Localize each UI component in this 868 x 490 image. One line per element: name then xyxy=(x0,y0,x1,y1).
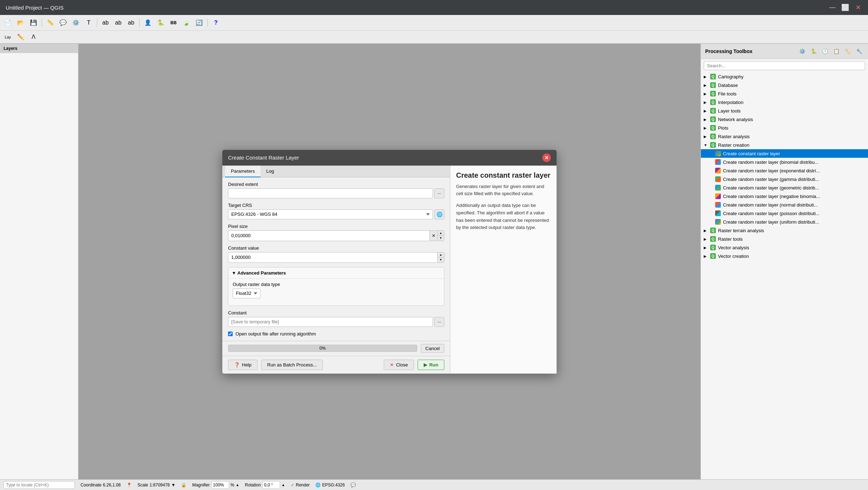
dialog-footer: ❓ Help Run as Batch Process... ✕ Close xyxy=(222,356,450,374)
settings-btn[interactable]: ⚙️ xyxy=(70,17,82,28)
constant-value-down-btn[interactable]: ▼ xyxy=(438,257,444,262)
desired-extent-dots-btn[interactable]: ··· xyxy=(434,188,444,198)
leaf-btn[interactable]: 🍃 xyxy=(181,17,192,28)
run-icon: ▶ xyxy=(424,362,427,368)
category-plots[interactable]: ▶ Q Plots xyxy=(701,124,868,132)
target-crs-select[interactable]: EPSG:4326 - WGS 84 xyxy=(228,209,433,219)
tab-parameters[interactable]: Parameters xyxy=(225,166,260,177)
help-title: Create constant raster layer xyxy=(456,171,551,179)
profile-btn[interactable]: 👤 xyxy=(142,17,154,28)
minimize-btn[interactable]: — xyxy=(828,4,837,11)
category-interpolation[interactable]: ▶ Q Interpolation xyxy=(701,98,868,106)
item-random-binomial[interactable]: Create random raster layer (binomial dis… xyxy=(701,158,868,166)
save-project-btn[interactable]: 💾 xyxy=(28,17,39,28)
pixel-size-clear-btn[interactable]: ✕ xyxy=(429,231,437,241)
toolbox-history-icon[interactable]: 🕐 xyxy=(820,47,830,56)
category-vector-analysis[interactable]: ▶ Q Vector analysis xyxy=(701,243,868,252)
toolbox-wrench-icon[interactable]: 🔧 xyxy=(854,47,864,56)
refresh-btn[interactable]: 🔄 xyxy=(193,17,205,28)
text-btn[interactable]: T xyxy=(83,17,94,28)
item-random-exponential[interactable]: Create random raster layer (exponential … xyxy=(701,166,868,175)
pixel-size-row: ✕ ▲ ▼ xyxy=(228,230,444,241)
output-raster-type-select[interactable]: Float32 Int16 Int32 UInt16 UInt32 Float6… xyxy=(233,288,260,298)
label2-btn[interactable]: ab xyxy=(113,17,124,28)
lock-icon: 🔒 xyxy=(181,483,186,488)
map-area[interactable]: Create Constant Raster Layer ✕ Parameter… xyxy=(78,44,701,479)
lock-status: 🔒 xyxy=(181,483,186,488)
open-output-checkbox[interactable] xyxy=(228,332,233,336)
close-dialog-btn[interactable]: ✕ Close xyxy=(384,360,414,370)
locate-input[interactable] xyxy=(4,481,75,489)
random-poisson-icon xyxy=(715,210,721,216)
dialog-close-btn[interactable]: ✕ xyxy=(542,153,551,162)
bb-btn[interactable]: BB xyxy=(168,17,179,28)
pixel-size-down-btn[interactable]: ▼ xyxy=(438,236,444,241)
category-network-analysis[interactable]: ▶ Q Network analysis xyxy=(701,115,868,124)
item-random-uniform[interactable]: Create random raster layer (uniform dist… xyxy=(701,218,868,226)
item-create-constant-raster[interactable]: Create constant raster layer xyxy=(701,149,868,158)
rotation-up-btn[interactable]: ▲ xyxy=(281,483,285,487)
category-cartography[interactable]: ▶ Q Cartography xyxy=(701,72,868,81)
category-raster-terrain[interactable]: ▶ Q Raster terrain analysis xyxy=(701,226,868,235)
open-project-btn[interactable]: 📂 xyxy=(15,17,26,28)
close-btn[interactable]: ✕ xyxy=(854,4,862,11)
help-btn[interactable]: ❓ Help xyxy=(228,360,258,370)
category-raster-creation[interactable]: ▼ Q Raster creation xyxy=(701,141,868,149)
constant-value-up-btn[interactable]: ▲ xyxy=(438,252,444,257)
toolbox-results-icon[interactable]: 📋 xyxy=(832,47,841,56)
cancel-progress-btn[interactable]: Cancel xyxy=(421,344,444,353)
category-database[interactable]: ▶ Q Database xyxy=(701,81,868,89)
pixel-size-up-btn[interactable]: ▲ xyxy=(438,231,444,236)
pixel-size-input[interactable] xyxy=(228,231,429,241)
advanced-params-toggle[interactable]: ▾ Advanced Parameters xyxy=(228,267,444,278)
lambda-btn[interactable]: Λ xyxy=(28,31,39,43)
new-project-btn[interactable]: 📄 xyxy=(2,17,14,28)
item-random-normal[interactable]: Create random raster layer (normal distr… xyxy=(701,200,868,209)
measure-btn[interactable]: 📏 xyxy=(45,17,56,28)
item-random-gamma[interactable]: Create random raster layer (gamma distri… xyxy=(701,175,868,183)
raster-analysis-arrow: ▶ xyxy=(704,135,708,139)
target-crs-globe-btn[interactable]: 🌐 xyxy=(434,209,444,219)
modal-overlay: Create Constant Raster Layer ✕ Parameter… xyxy=(78,44,701,479)
desired-extent-input[interactable] xyxy=(228,188,433,198)
help-btn[interactable]: ? xyxy=(210,17,222,28)
draw-btn[interactable]: ✏️ xyxy=(15,31,26,43)
toolbox-cog-icon[interactable]: ⚙️ xyxy=(797,47,807,56)
constant-output-input[interactable] xyxy=(228,317,433,327)
advanced-params-arrow: ▾ xyxy=(233,270,235,276)
python-btn[interactable]: 🐍 xyxy=(155,17,166,28)
toolbox-filter-icon[interactable]: 🏷️ xyxy=(843,47,852,56)
category-raster-analysis[interactable]: ▶ Q Raster analysis xyxy=(701,132,868,141)
tab-log[interactable]: Log xyxy=(260,166,280,177)
category-layer-tools[interactable]: ▶ Q Layer tools xyxy=(701,106,868,115)
progress-bar-fill: 0% xyxy=(228,345,417,351)
label3-btn[interactable]: ab xyxy=(125,17,137,28)
magnifier-unit: % xyxy=(231,483,234,488)
batch-process-btn[interactable]: Run as Batch Process... xyxy=(261,360,323,370)
constant-value-input[interactable] xyxy=(228,252,437,262)
toolbox-search-input[interactable] xyxy=(704,61,865,70)
scale-dropdown-icon[interactable]: ▼ xyxy=(171,483,176,488)
item-random-negative-binomial[interactable]: Create random raster layer (negative bin… xyxy=(701,192,868,200)
magnifier-input[interactable] xyxy=(211,481,229,489)
sep2 xyxy=(97,19,97,27)
item-random-geometric[interactable]: Create random raster layer (geometric di… xyxy=(701,183,868,192)
item-random-poisson[interactable]: Create random raster layer (poisson dist… xyxy=(701,209,868,218)
toolbox-python-icon[interactable]: 🐍 xyxy=(809,47,818,56)
open-output-row: Open output file after running algorithm xyxy=(228,331,444,337)
category-file-tools[interactable]: ▶ Q File tools xyxy=(701,89,868,98)
progress-bar-container: 0% xyxy=(228,345,417,352)
raster-terrain-icon: Q xyxy=(710,228,716,233)
rotation-input[interactable] xyxy=(262,481,280,489)
layers-btn[interactable]: Lay xyxy=(2,31,14,43)
category-vector-creation[interactable]: ▶ Q Vector creation xyxy=(701,252,868,260)
magnifier-up-btn[interactable]: ▲ xyxy=(236,483,239,487)
annotation-btn[interactable]: 💬 xyxy=(57,17,69,28)
maximize-btn[interactable]: ⬜ xyxy=(841,4,849,11)
category-raster-tools[interactable]: ▶ Q Raster tools xyxy=(701,235,868,243)
constant-output-dots-btn[interactable]: ··· xyxy=(434,317,444,327)
run-btn[interactable]: ▶ Run xyxy=(418,360,444,370)
plots-arrow: ▶ xyxy=(704,126,708,130)
help-icon: ❓ xyxy=(234,362,240,368)
label-btn[interactable]: ab xyxy=(100,17,111,28)
